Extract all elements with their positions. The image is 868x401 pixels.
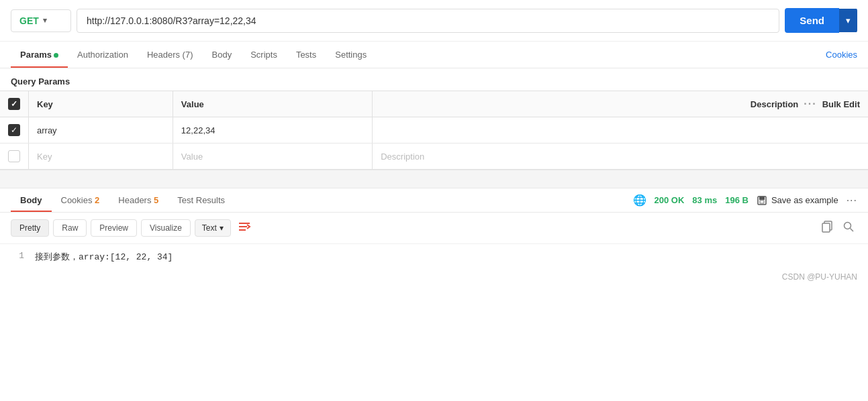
svg-point-8 [845, 223, 851, 229]
response-tab-body[interactable]: Body [11, 188, 52, 212]
row1-description[interactable] [373, 117, 868, 144]
col-desc-header: Description ··· Bulk Edit [373, 91, 868, 117]
response-tab-cookies[interactable]: Cookies 2 [52, 188, 109, 212]
send-button[interactable]: Send [785, 8, 839, 33]
row2-checkbox-cell: ✓ [0, 144, 29, 170]
section-divider [0, 170, 868, 188]
send-button-group: Send ▾ [785, 8, 857, 33]
row1-value[interactable]: 12,22,34 [173, 117, 372, 144]
tab-params[interactable]: Params [11, 42, 68, 68]
params-table: ✓ Key Value Description ··· Bulk Edit ✓ … [0, 91, 868, 170]
url-bar: GET ▾ Send ▾ [0, 0, 868, 42]
method-chevron: ▾ [43, 16, 47, 25]
format-raw-button[interactable]: Raw [53, 219, 87, 237]
table-row: ✓ Key Value Description [0, 144, 868, 170]
text-type-select[interactable]: Text ▾ [195, 219, 231, 237]
response-tab-test-results[interactable]: Test Results [168, 188, 234, 212]
globe-icon: 🌐 [633, 194, 646, 207]
row1-key[interactable]: array [29, 117, 173, 144]
response-time: 83 ms [692, 195, 717, 205]
tab-headers[interactable]: Headers (7) [138, 42, 203, 68]
format-visualize-button[interactable]: Visualize [141, 219, 191, 237]
query-params-label: Query Params [0, 68, 868, 91]
col-key-header: Key [29, 91, 173, 117]
tab-authorization[interactable]: Authorization [68, 42, 138, 68]
footer-attribution: CSDN @PU-YUHAN [0, 270, 868, 284]
response-tab-headers[interactable]: Headers 5 [109, 188, 168, 212]
row2-description[interactable]: Description [373, 144, 868, 170]
tab-scripts[interactable]: Scripts [241, 42, 287, 68]
cookies-link[interactable]: Cookies [826, 42, 857, 68]
tab-body[interactable]: Body [203, 42, 242, 68]
request-tabs-bar: Params Authorization Headers (7) Body Sc… [0, 42, 868, 68]
row1-checkbox-cell: ✓ [0, 117, 29, 144]
select-all-checkbox[interactable]: ✓ [8, 98, 20, 110]
params-dot [54, 53, 58, 58]
ellipsis-icon[interactable]: ··· [804, 98, 816, 110]
row2-value[interactable]: Value [173, 144, 372, 170]
copy-icon[interactable] [818, 218, 836, 238]
svg-line-9 [851, 229, 854, 232]
more-options-button[interactable]: ··· [847, 194, 857, 207]
send-dropdown-button[interactable]: ▾ [839, 9, 857, 32]
line-number-1: 1 [11, 251, 24, 263]
text-type-chevron: ▾ [220, 223, 224, 233]
row2-checkbox[interactable]: ✓ [8, 150, 20, 162]
search-icon[interactable] [840, 218, 857, 238]
row1-checkbox[interactable]: ✓ [8, 124, 20, 136]
save-example-button[interactable]: Save as example [757, 195, 838, 206]
table-row: ✓ array 12,22,34 [0, 117, 868, 144]
bulk-edit-label[interactable]: Bulk Edit [822, 99, 860, 109]
status-code: 200 OK [655, 195, 685, 205]
code-area: 1 接到参数，array:[12, 22, 34] [0, 244, 868, 270]
col-value-header: Value [173, 91, 372, 117]
response-meta: 🌐 200 OK 83 ms 196 B Save as example ··· [633, 194, 857, 207]
response-size: 196 B [725, 195, 749, 205]
response-tabs-bar: Body Cookies 2 Headers 5 Test Results 🌐 … [0, 188, 868, 213]
save-icon [757, 195, 767, 206]
format-bar: Pretty Raw Preview Visualize Text ▾ [0, 213, 868, 244]
svg-rect-2 [760, 200, 764, 203]
method-dropdown[interactable]: GET ▾ [11, 9, 71, 32]
url-input[interactable] [77, 9, 779, 33]
svg-rect-7 [822, 223, 830, 232]
tab-tests[interactable]: Tests [287, 42, 326, 68]
method-label: GET [19, 15, 39, 26]
format-pretty-button[interactable]: Pretty [11, 219, 49, 237]
tab-settings[interactable]: Settings [326, 42, 376, 68]
format-preview-button[interactable]: Preview [91, 219, 137, 237]
code-line-1: 接到参数，array:[12, 22, 34] [35, 251, 173, 263]
row2-key[interactable]: Key [29, 144, 173, 170]
header-checkbox-cell: ✓ [0, 91, 29, 117]
wrap-icon[interactable] [238, 221, 251, 235]
svg-rect-1 [759, 196, 765, 200]
